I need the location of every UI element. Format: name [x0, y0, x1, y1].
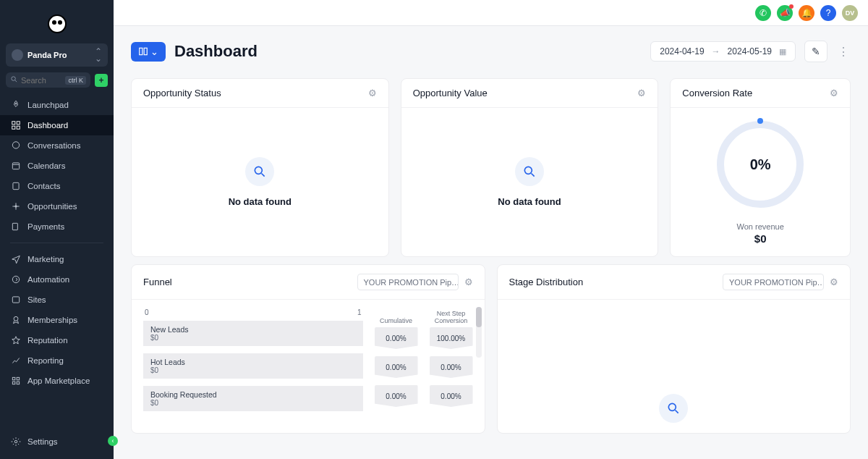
card-settings-icon[interactable]: ⚙ — [464, 277, 473, 287]
card-title: Conversion Rate — [682, 88, 752, 98]
funnel-value: 0.00% — [430, 385, 473, 407]
opportunities-icon — [10, 201, 22, 212]
workspace-switcher[interactable]: Panda Pro ⌃⌄ — [6, 43, 108, 67]
sidebar: Panda Pro ⌃⌄ ctrl K + Launchpad Dashboar… — [0, 0, 114, 459]
conversion-donut-chart: 0% — [717, 121, 804, 208]
dashboard-icon — [10, 119, 22, 131]
funnel-stage: Hot Leads $0 — [143, 353, 363, 379]
collapse-sidebar-button[interactable]: ‹ — [108, 436, 118, 446]
send-icon — [10, 253, 22, 265]
workspace-icon — [12, 49, 23, 61]
nav-label: Opportunities — [27, 202, 77, 211]
svg-line-1 — [15, 80, 17, 82]
card-funnel: Funnel YOUR PROMOTION Pip… ⌄ ⚙ 0 1 — [131, 264, 485, 434]
svg-point-7 — [12, 142, 19, 148]
won-revenue-label: Won revenue — [737, 222, 784, 231]
sidebar-item-reputation[interactable]: Reputation — [0, 330, 114, 350]
sidebar-item-marketplace[interactable]: App Marketplace — [0, 371, 114, 391]
sites-icon — [10, 294, 22, 306]
avatar[interactable]: DV — [842, 5, 858, 21]
bell-icon[interactable]: 🔔 — [799, 5, 814, 21]
announcements-icon[interactable]: 📣 — [777, 5, 793, 21]
help-icon[interactable]: ? — [820, 5, 836, 21]
svg-rect-18 — [12, 377, 15, 380]
card-title: Stage Distribution — [509, 277, 584, 287]
automation-icon — [10, 274, 22, 285]
sidebar-item-reporting[interactable]: Reporting — [0, 350, 114, 371]
svg-rect-4 — [17, 122, 20, 125]
rocket-icon — [10, 99, 22, 111]
card-settings-icon[interactable]: ⚙ — [830, 88, 838, 98]
view-switcher-button[interactable]: ⌄ — [131, 42, 166, 62]
panda-logo-icon — [48, 14, 67, 33]
pipeline-select[interactable]: YOUR PROMOTION Pip… ⌄ — [357, 274, 459, 290]
payments-icon — [10, 221, 22, 232]
sidebar-item-payments[interactable]: Payments — [0, 216, 114, 237]
notification-dot — [789, 4, 793, 9]
chevron-updown-icon: ⌃⌄ — [95, 48, 102, 62]
date-range-picker[interactable]: 2024-04-19 → 2024-05-19 ▦ — [650, 41, 796, 62]
card-conversion-rate: Conversion Rate ⚙ 0% Won revenue $0 — [670, 78, 851, 257]
col-header: Next Step Conversion — [430, 308, 473, 324]
sidebar-item-sites[interactable]: Sites — [0, 290, 114, 310]
chat-icon — [10, 140, 22, 151]
nav-divider — [10, 243, 103, 243]
search-input-wrap[interactable]: ctrl K — [6, 72, 90, 88]
svg-rect-14 — [12, 223, 17, 230]
card-settings-icon[interactable]: ⚙ — [637, 88, 646, 98]
sidebar-item-settings[interactable]: Settings — [0, 431, 114, 452]
svg-point-29 — [669, 403, 676, 410]
nav-label: Reputation — [27, 336, 68, 345]
cards-row-1: Opportunity Status ⚙ No data found Oppor… — [114, 71, 868, 264]
svg-point-15 — [12, 276, 19, 282]
sidebar-item-contacts[interactable]: Contacts — [0, 176, 114, 196]
phone-icon[interactable]: ✆ — [755, 5, 771, 21]
card-settings-icon[interactable]: ⚙ — [368, 88, 377, 98]
sidebar-item-memberships[interactable]: Memberships — [0, 310, 114, 330]
nav-label: Dashboard — [27, 121, 68, 130]
search-input[interactable] — [21, 76, 62, 85]
funnel-stage: New Leads $0 — [143, 321, 363, 346]
empty-search-icon — [515, 157, 544, 186]
reporting-icon — [10, 355, 22, 366]
workspace-name: Panda Pro — [27, 51, 90, 59]
card-settings-icon[interactable]: ⚙ — [830, 277, 838, 287]
sidebar-item-marketing[interactable]: Marketing — [0, 249, 114, 269]
funnel-stage: Booking Requested $0 — [143, 386, 363, 411]
funnel-value: 100.00% — [430, 327, 473, 349]
sidebar-item-calendars[interactable]: Calendars — [0, 156, 114, 176]
nav-label: Payments — [27, 222, 64, 231]
svg-line-26 — [262, 174, 265, 177]
edit-dashboard-button[interactable]: ✎ — [804, 41, 827, 62]
card-stage-distribution: Stage Distribution YOUR PROMOTION Pip… ⌄… — [497, 264, 851, 434]
col-header: Cumulative — [375, 308, 418, 324]
svg-point-0 — [12, 77, 16, 81]
more-menu-button[interactable]: ⋮ — [836, 41, 851, 62]
sidebar-item-dashboard[interactable]: Dashboard — [0, 115, 114, 135]
sidebar-item-automation[interactable]: Automation — [0, 269, 114, 290]
svg-rect-6 — [17, 126, 20, 129]
svg-rect-20 — [12, 382, 15, 384]
topbar: ✆ 📣 🔔 ? DV — [114, 0, 868, 26]
funnel-value: 0.00% — [375, 385, 418, 407]
badge-icon — [10, 314, 22, 326]
main-area: ✆ 📣 🔔 ? DV ⌄ Dashboard 2024-04-19 → 2024… — [114, 0, 868, 459]
svg-rect-23 — [140, 48, 142, 54]
nav-label: Contacts — [27, 182, 60, 190]
svg-point-25 — [255, 167, 263, 174]
sidebar-item-launchpad[interactable]: Launchpad — [0, 95, 114, 115]
card-title: Funnel — [143, 277, 172, 287]
page-title: Dashboard — [174, 42, 258, 61]
quick-add-button[interactable]: + — [95, 74, 108, 87]
pipeline-select[interactable]: YOUR PROMOTION Pip… ⌄ — [723, 274, 824, 290]
scrollbar[interactable] — [476, 307, 482, 358]
sidebar-item-opportunities[interactable]: Opportunities — [0, 196, 114, 216]
nav-label: Launchpad — [27, 101, 69, 109]
funnel-chart: 0 1 New Leads $0 Hot Leads $0 Booking Re… — [132, 300, 485, 418]
svg-rect-8 — [12, 163, 19, 169]
svg-point-17 — [14, 316, 18, 321]
nav-label: App Marketplace — [27, 376, 90, 385]
nav-label: Memberships — [27, 316, 77, 324]
sidebar-item-conversations[interactable]: Conversations — [0, 135, 114, 156]
nav-primary: Launchpad Dashboard Conversations Calend… — [0, 95, 114, 237]
